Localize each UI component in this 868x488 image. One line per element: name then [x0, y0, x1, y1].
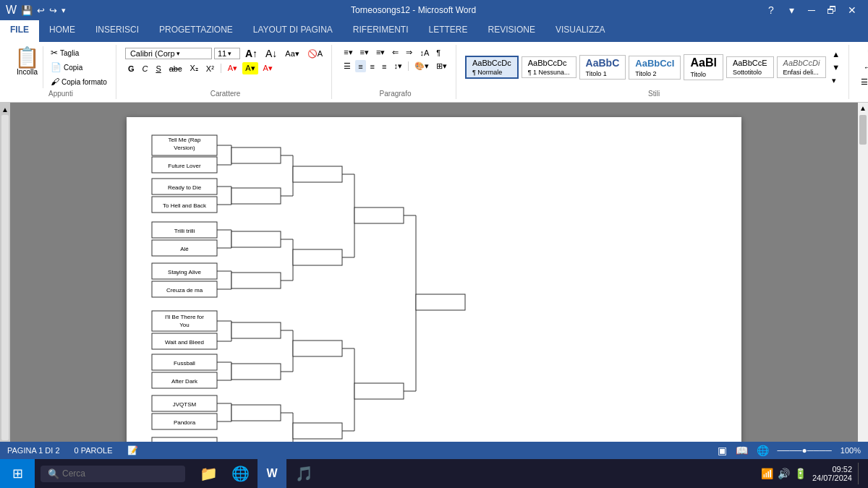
tab-layout[interactable]: LAYOUT DI PAGINA	[243, 20, 343, 42]
style-enfasi[interactable]: AaBbCcDi Enfasi deli...	[777, 56, 827, 78]
style-titolo[interactable]: AaBl Titolo	[684, 54, 723, 80]
style-nessuna[interactable]: AaBbCcDc ¶ 1 Nessuna...	[522, 56, 576, 78]
svg-text:JVQTSM: JVQTSM	[173, 401, 197, 408]
align-center-button[interactable]: ≡	[355, 60, 365, 72]
sort-button[interactable]: ↕A	[417, 46, 432, 59]
zoom-slider[interactable]: ────●────	[778, 445, 832, 455]
align-right-button[interactable]: ≡	[367, 60, 378, 72]
taskbar-explorer[interactable]: 📁	[194, 459, 223, 488]
show-desktop-button[interactable]	[858, 463, 861, 484]
close-button[interactable]: ✕	[842, 0, 862, 20]
change-case-button[interactable]: Aa▾	[282, 48, 302, 60]
font-grow-button[interactable]: A↑	[242, 46, 260, 61]
quick-redo[interactable]: ↪	[49, 5, 57, 16]
right-scroll-up[interactable]: ▲	[858, 103, 868, 114]
right-scrollbar[interactable]: ▲ ▼	[858, 103, 868, 450]
taskbar-date: 24/07/2024	[812, 474, 852, 482]
help-button[interactable]: ?	[761, 0, 781, 20]
format-painter-button[interactable]: 🖌 Copia formato	[48, 75, 110, 88]
style-sottotitolo[interactable]: AaBbCcE Sottotitolo	[726, 56, 774, 78]
scroll-up-button[interactable]: ▲	[1, 106, 9, 114]
multilevel-button[interactable]: ≡▾	[373, 46, 388, 59]
start-button[interactable]: ⊞	[0, 459, 35, 488]
pilcrow-button[interactable]: ¶	[433, 46, 443, 59]
taskbar-spotify[interactable]: 🎵	[289, 459, 318, 488]
styles-more[interactable]: ▾	[829, 74, 843, 87]
cut-button[interactable]: ✂ Taglia	[48, 46, 110, 59]
underline-button[interactable]: S	[153, 63, 163, 74]
minimize-button[interactable]: ─	[801, 0, 822, 20]
svg-rect-90	[354, 383, 404, 399]
taskbar-clock: 09:52 24/07/2024	[812, 465, 852, 482]
style-titolo2[interactable]: AaBbCcI Titolo 2	[629, 56, 681, 80]
tab-lettere[interactable]: LETTERE	[419, 20, 478, 42]
styles-scroll-up[interactable]: ▲	[829, 48, 843, 60]
svg-rect-41	[293, 249, 342, 265]
network-icon: 📶	[761, 468, 773, 479]
clipboard-label: Appunti	[48, 88, 73, 98]
taskbar-chrome[interactable]: 🌐	[226, 459, 255, 488]
justify-button[interactable]: ≡	[379, 60, 389, 72]
text-effect-button[interactable]: A▾	[260, 62, 276, 74]
style-enfasi-name: Enfasi deli...	[783, 69, 819, 76]
vertical-scrollbar[interactable]: ▲ ▼	[0, 103, 10, 450]
titlebar: W 💾 ↩ ↪ ▾ Torneosongs12 - Microsoft Word…	[0, 0, 868, 20]
ribbon-toggle-button[interactable]: ▾	[781, 0, 801, 20]
strikethrough-button[interactable]: abc	[166, 63, 185, 74]
increase-indent-button[interactable]: ⇒	[403, 46, 415, 59]
select-button[interactable]: ☰ Seleziona ▾	[858, 76, 868, 88]
window-title: Torneosongs12 - Microsoft Word	[66, 5, 761, 15]
italic-button[interactable]: C	[139, 63, 150, 74]
para-row2: ☰ ≡ ≡ ≡ ↕▾ 🎨▾ ⊞▾	[341, 60, 450, 72]
decrease-indent-button[interactable]: ⇐	[389, 46, 401, 59]
styles-scroll-down[interactable]: ▼	[829, 61, 843, 73]
tab-progettazione[interactable]: PROGETTAZIONE	[149, 20, 243, 42]
tab-home[interactable]: HOME	[39, 20, 85, 42]
view-web-icon[interactable]: 🌐	[757, 445, 769, 456]
tab-revisione[interactable]: REVISIONE	[478, 20, 545, 42]
line-spacing-button[interactable]: ↕▾	[391, 60, 405, 72]
zoom-level: 100%	[841, 446, 861, 455]
maximize-button[interactable]: 🗗	[822, 0, 842, 20]
tab-visualizza[interactable]: VISUALIZZA	[545, 20, 616, 42]
font-size-selector[interactable]: 11 ▾	[214, 48, 240, 59]
replace-button[interactable]: ↔ Sostituisci	[861, 61, 868, 73]
subscript-button[interactable]: X₂	[187, 62, 200, 74]
taskbar-search-box[interactable]: 🔍	[41, 466, 185, 482]
taskbar-word[interactable]: W	[258, 459, 286, 488]
window-controls[interactable]: ? ▾ ─ 🗗 ✕	[761, 0, 862, 20]
style-normale[interactable]: AaBbCcDc ¶ Normale	[465, 56, 519, 79]
quick-save[interactable]: 💾	[21, 5, 33, 16]
scroll-thumb[interactable]	[1, 115, 9, 440]
superscript-button[interactable]: X²	[203, 63, 217, 74]
tab-inserisci[interactable]: INSERISCI	[85, 20, 149, 42]
shading-button[interactable]: 🎨▾	[412, 60, 432, 72]
numbering-button[interactable]: ≡▾	[357, 46, 372, 59]
bullets-button[interactable]: ≡▾	[341, 46, 355, 59]
font-name-selector[interactable]: Calibri (Corp ▾	[125, 48, 212, 59]
clear-format-button[interactable]: 🚫A	[305, 48, 326, 60]
find-button[interactable]: 🔍 Trova ▾	[864, 46, 868, 59]
search-input[interactable]	[62, 468, 178, 479]
right-scroll-thumb[interactable]	[859, 115, 867, 145]
borders-button[interactable]: ⊞▾	[433, 60, 450, 72]
align-left-button[interactable]: ☰	[341, 60, 354, 72]
view-reading-icon[interactable]: 📖	[736, 445, 748, 456]
page-info: PAGINA 1 DI 2	[7, 446, 60, 455]
font-color-button[interactable]: A▾	[225, 62, 240, 74]
separator1	[221, 64, 221, 73]
taskbar: ⊞ 🔍 📁 🌐 W 🎵 📶 🔊 🔋 09:52 24/07/2024	[0, 459, 868, 488]
bold-button[interactable]: G	[125, 63, 137, 74]
style-titolo1[interactable]: AaBbC Titolo 1	[579, 55, 626, 80]
view-normal-icon[interactable]: ▣	[718, 445, 727, 456]
tab-riferimenti[interactable]: RIFERIMENTI	[343, 20, 419, 42]
copy-button[interactable]: 📄 Copia	[48, 61, 110, 74]
style-normale-name: ¶ Normale	[472, 69, 502, 76]
font-shrink-button[interactable]: A↓	[263, 46, 280, 61]
svg-text:I'll Be There for: I'll Be There for	[165, 314, 204, 320]
tab-file[interactable]: FILE	[0, 20, 39, 42]
paste-button[interactable]: 📋 Incolla	[12, 46, 43, 88]
highlight-button[interactable]: A▾	[242, 62, 258, 74]
quick-undo[interactable]: ↩	[37, 5, 45, 16]
bracket-container: Tell Me (Rap Version) Future Lover Ready…	[148, 132, 712, 450]
